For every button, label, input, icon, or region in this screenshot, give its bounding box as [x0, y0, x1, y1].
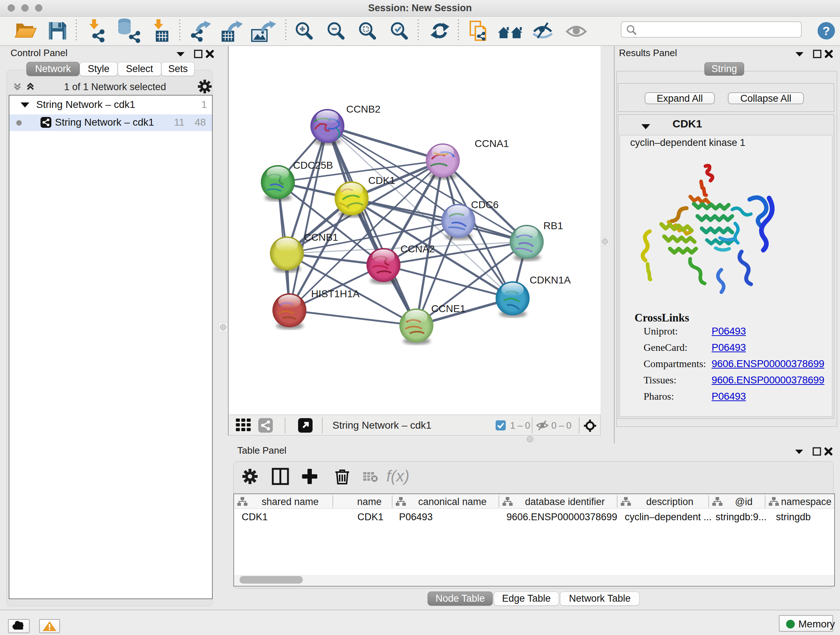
- svg-text:CDC6: CDC6: [471, 199, 499, 211]
- svg-text:f(x): f(x): [386, 467, 409, 485]
- svg-text:CDK1: CDK1: [368, 175, 395, 186]
- svg-text:?: ?: [823, 24, 830, 38]
- svg-text:CCNA1: CCNA1: [475, 138, 509, 149]
- svg-text:CDKN1A: CDKN1A: [530, 274, 571, 286]
- svg-text:CCNB2: CCNB2: [346, 103, 381, 115]
- svg-text:HIST1H1A: HIST1H1A: [311, 288, 360, 299]
- svg-text:RB1: RB1: [543, 220, 563, 231]
- svg-text:CCNE1: CCNE1: [431, 303, 466, 314]
- svg-text:CCNA2: CCNA2: [401, 243, 435, 255]
- svg-text:CCNB1: CCNB1: [304, 232, 338, 243]
- svg-text:CDC25B: CDC25B: [293, 160, 333, 171]
